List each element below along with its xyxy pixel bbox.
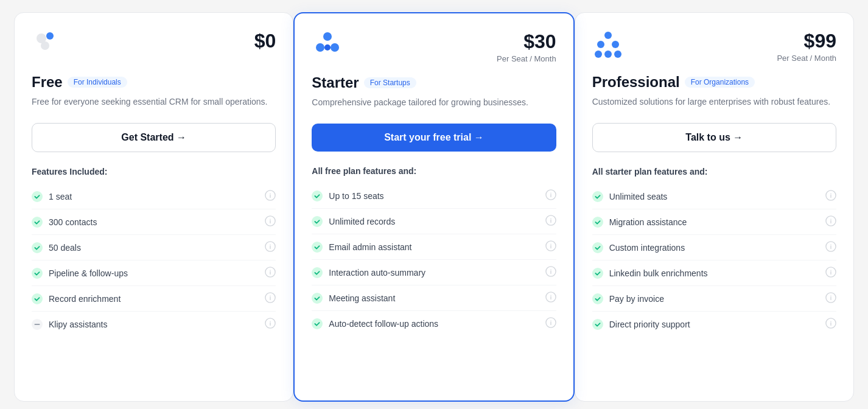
free-logo xyxy=(32,30,63,64)
feature-left: 1 seat xyxy=(32,191,72,202)
info-icon xyxy=(545,189,556,200)
feature-info-icon[interactable] xyxy=(545,266,556,279)
svg-point-33 xyxy=(550,244,551,245)
svg-point-55 xyxy=(592,242,603,253)
info-icon xyxy=(545,317,556,328)
feature-list: Up to 15 seats Unlimited records Email a… xyxy=(312,183,556,336)
info-icon xyxy=(545,240,556,251)
plan-name: Starter xyxy=(312,74,359,91)
feature-left: Klipy assistants xyxy=(32,319,107,330)
plan-card-professional: $99Per Seat / MonthProfessionalFor Organ… xyxy=(575,12,854,402)
svg-point-25 xyxy=(312,191,323,201)
feature-text: Klipy assistants xyxy=(49,320,107,329)
svg-point-30 xyxy=(550,218,551,219)
feature-info-icon[interactable] xyxy=(825,267,836,279)
info-icon xyxy=(825,241,836,252)
check-icon xyxy=(32,293,43,304)
feature-left: Unlimited records xyxy=(312,216,395,227)
pricing-container: $0FreeFor IndividualsFree for everyone s… xyxy=(14,12,854,402)
svg-point-23 xyxy=(331,43,339,52)
feature-info-icon[interactable] xyxy=(825,215,836,228)
plan-price: $99 xyxy=(777,30,836,52)
check-icon xyxy=(312,293,323,304)
svg-point-28 xyxy=(312,216,323,227)
plan-name-row: FreeFor Individuals xyxy=(32,74,276,91)
svg-point-15 xyxy=(32,293,43,304)
feature-item: 1 seat xyxy=(32,184,276,209)
svg-point-57 xyxy=(830,245,831,245)
check-icon xyxy=(592,242,603,253)
cta-button-free[interactable]: Get Started → xyxy=(32,123,276,152)
feature-text: Custom integrations xyxy=(609,243,685,253)
plan-card-free: $0FreeFor IndividualsFree for everyone s… xyxy=(14,12,293,402)
feature-left: 300 contacts xyxy=(32,217,97,228)
check-icon xyxy=(32,191,43,202)
feature-info-icon[interactable] xyxy=(825,318,836,330)
feature-info-icon[interactable] xyxy=(545,215,556,228)
feature-text: Unlimited records xyxy=(329,217,395,226)
cta-button-professional[interactable]: Talk to us → xyxy=(592,123,836,152)
svg-point-12 xyxy=(32,268,43,279)
feature-item: Klipy assistants xyxy=(32,312,276,337)
info-icon xyxy=(825,318,836,329)
feature-item: Direct priority support xyxy=(592,312,836,337)
feature-info-icon[interactable] xyxy=(825,292,836,305)
plan-name-row: StarterFor Startups xyxy=(312,74,556,91)
feature-info-icon[interactable] xyxy=(265,241,276,254)
feature-info-icon[interactable] xyxy=(825,190,836,203)
feature-item: Record enrichment xyxy=(32,286,276,312)
feature-info-icon[interactable] xyxy=(265,292,276,305)
plan-price-sub: Per Seat / Month xyxy=(497,54,556,63)
svg-point-39 xyxy=(550,295,551,296)
feature-info-icon[interactable] xyxy=(265,215,276,228)
feature-text: Up to 15 seats xyxy=(329,191,383,201)
feature-text: Unlimited seats xyxy=(609,192,668,201)
svg-point-3 xyxy=(32,191,43,202)
feature-left: Pay by invoice xyxy=(592,293,664,304)
svg-point-24 xyxy=(324,44,331,51)
plan-price-block: $99Per Seat / Month xyxy=(777,30,836,63)
check-icon xyxy=(32,268,43,279)
svg-point-52 xyxy=(592,217,603,228)
feature-info-icon[interactable] xyxy=(265,190,276,203)
svg-point-34 xyxy=(312,267,323,278)
feature-info-icon[interactable] xyxy=(265,318,276,330)
feature-info-icon[interactable] xyxy=(545,240,556,253)
feature-item: Unlimited records xyxy=(312,209,556,234)
feature-item: Email admin assistant xyxy=(312,234,556,260)
feature-info-icon[interactable] xyxy=(545,292,556,304)
feature-info-icon[interactable] xyxy=(825,241,836,254)
feature-item: Custom integrations xyxy=(592,235,836,260)
info-icon xyxy=(265,318,276,329)
plan-header: $0 xyxy=(32,30,276,64)
feature-text: Migration assistance xyxy=(609,217,687,227)
cta-button-starter[interactable]: Start your free trial → xyxy=(312,124,556,152)
plan-header: $30Per Seat / Month xyxy=(312,30,556,65)
svg-point-61 xyxy=(592,293,603,304)
check-icon xyxy=(592,319,603,330)
feature-left: 50 deals xyxy=(32,242,81,253)
feature-left: Email admin assistant xyxy=(312,242,411,253)
svg-point-5 xyxy=(270,194,271,194)
plan-name: Professional xyxy=(592,74,680,91)
professional-logo xyxy=(592,30,624,64)
info-icon xyxy=(825,292,836,303)
svg-point-8 xyxy=(270,219,271,220)
feature-info-icon[interactable] xyxy=(265,267,276,279)
feature-item: Up to 15 seats xyxy=(312,183,556,209)
feature-text: Interaction auto-summary xyxy=(329,268,425,278)
feature-left: Direct priority support xyxy=(592,319,690,330)
feature-left: Record enrichment xyxy=(32,293,121,304)
svg-point-22 xyxy=(316,43,324,52)
svg-point-58 xyxy=(592,268,603,279)
feature-info-icon[interactable] xyxy=(545,317,556,330)
feature-text: 1 seat xyxy=(49,192,72,201)
feature-list: 1 seat 300 contacts 50 deals Pipeline & … xyxy=(32,184,276,337)
feature-left: Auto-detect follow-up actions xyxy=(312,318,438,329)
check-icon xyxy=(312,242,323,253)
check-icon xyxy=(592,191,603,202)
feature-item: 50 deals xyxy=(32,235,276,260)
info-icon xyxy=(825,190,836,201)
svg-point-17 xyxy=(270,296,271,296)
feature-info-icon[interactable] xyxy=(545,189,556,202)
